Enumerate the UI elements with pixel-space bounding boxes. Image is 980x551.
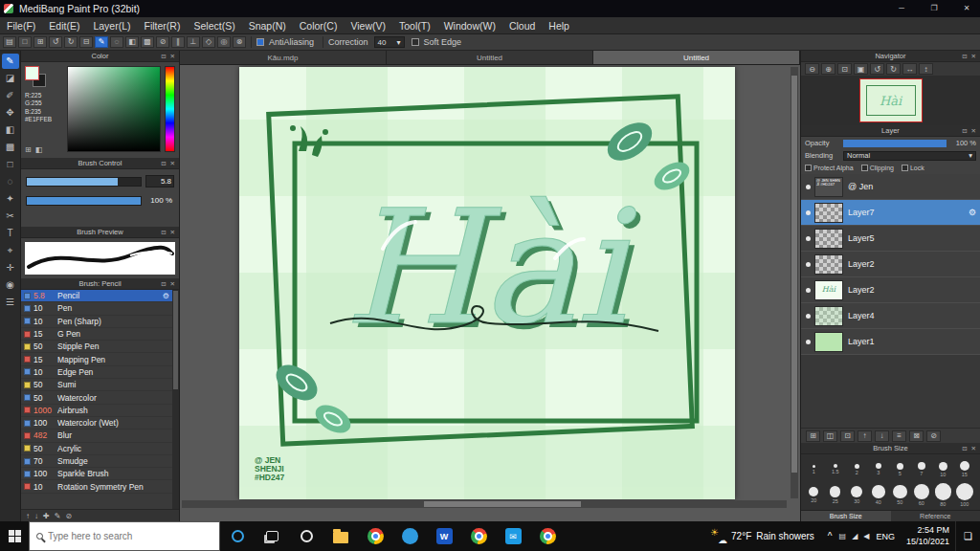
brush-item[interactable]: 1000Airbrush: [21, 405, 179, 417]
delete-brush-icon[interactable]: ⊘: [65, 512, 72, 520]
add-layer-button[interactable]: ⊞: [806, 430, 820, 442]
operation-tool[interactable]: ⌖: [2, 243, 19, 258]
navigator-thumbnail[interactable]: Hài: [859, 78, 923, 122]
move-brush-down-icon[interactable]: ↓: [34, 512, 38, 520]
text-tool[interactable]: T: [2, 226, 19, 241]
layer-visibility-toggle[interactable]: [801, 340, 814, 344]
layer-row[interactable]: HàiLayer2: [801, 277, 980, 303]
brush-size-preset[interactable]: 25: [825, 482, 847, 508]
language-indicator[interactable]: ENG: [876, 532, 895, 541]
brush-size-preset[interactable]: 5: [889, 456, 911, 482]
brush-item[interactable]: 10Edge Pen: [21, 366, 179, 379]
eraser-tool[interactable]: ◪: [2, 71, 19, 86]
tab-brush-size[interactable]: Brush Size: [801, 511, 891, 521]
brush-size-preset[interactable]: 60: [911, 482, 933, 508]
brush-size-slider[interactable]: [26, 177, 142, 187]
cortana-icon[interactable]: [220, 521, 255, 551]
brush-item[interactable]: 10Pen (Sharp): [21, 316, 179, 328]
search-input[interactable]: [48, 531, 212, 541]
pan-tool[interactable]: ☰: [2, 295, 19, 310]
transform-icon[interactable]: ⊟: [79, 36, 93, 48]
tablet-pc-icon[interactable]: ▤: [839, 532, 847, 540]
brush-size-preset[interactable]: 7: [911, 456, 933, 482]
menu-item[interactable]: Cloud: [502, 20, 542, 32]
snap-circle-icon[interactable]: ◎: [217, 36, 231, 48]
brush-opacity-slider[interactable]: [26, 196, 142, 206]
layer-row[interactable]: Layer5: [801, 226, 980, 252]
chrome-icon-2[interactable]: [461, 521, 496, 551]
brush-item[interactable]: 50Sumi: [21, 379, 179, 391]
move-brush-up-icon[interactable]: ↑: [26, 512, 30, 520]
brush-size-preset[interactable]: 100: [954, 482, 976, 508]
panel-controls[interactable]: ⊡ ✕: [161, 278, 176, 290]
menu-item[interactable]: Help: [542, 20, 576, 32]
color-swatches[interactable]: [25, 66, 48, 89]
move-layer-up-button[interactable]: ↑: [858, 430, 872, 442]
network-icon[interactable]: ◢: [852, 532, 858, 540]
tray-expand-icon[interactable]: ^: [828, 531, 833, 541]
layer-settings-icon[interactable]: ⚙: [969, 208, 976, 217]
brush-item[interactable]: 10Pen: [21, 302, 179, 315]
layer-row[interactable]: Layer2: [801, 252, 980, 277]
brush-item[interactable]: 15Mapping Pen: [21, 353, 179, 365]
undo-icon[interactable]: ↺: [49, 36, 62, 48]
add-brush-icon[interactable]: ✚: [43, 512, 50, 520]
divide-tool[interactable]: ✛: [2, 260, 19, 276]
brush-item[interactable]: 10Rotation Symmetry Pen: [21, 480, 179, 493]
redo-icon[interactable]: ↻: [64, 36, 78, 48]
layer-row[interactable]: Layer4: [801, 303, 980, 329]
select-tool[interactable]: □: [2, 157, 19, 172]
menu-item[interactable]: Window(W): [437, 20, 502, 32]
document-tab[interactable]: Kāu.mdp: [180, 51, 387, 64]
hue-strip[interactable]: [165, 66, 175, 152]
brush-size-preset[interactable]: 80: [932, 482, 954, 508]
select-pen-tool[interactable]: ✂: [2, 209, 19, 224]
panel-controls[interactable]: ⊡ ✕: [161, 158, 176, 169]
menu-item[interactable]: Select(S): [187, 20, 241, 32]
clear-layer-button[interactable]: ⊠: [909, 430, 924, 442]
brush-item[interactable]: 50Stipple Pen: [21, 341, 179, 353]
layer-visibility-toggle[interactable]: [801, 210, 814, 215]
clipping-checkbox[interactable]: Clipping: [861, 165, 894, 171]
layer-visibility-toggle[interactable]: [801, 288, 814, 293]
weather-widget[interactable]: ☀☁ 72°F Rain showers: [702, 521, 822, 551]
brush-item[interactable]: 50Acrylic: [21, 443, 179, 455]
polyline-tool-icon[interactable]: ◧: [125, 36, 139, 48]
brush-size-preset[interactable]: 20: [803, 482, 825, 508]
close-button[interactable]: ✕: [953, 0, 980, 17]
freehand-brush-icon[interactable]: ✎: [95, 36, 108, 48]
palette-icon[interactable]: ⊞: [25, 145, 32, 154]
saturation-value-picker[interactable]: [67, 66, 161, 152]
pen-tool[interactable]: ✐: [2, 88, 19, 103]
save-icon[interactable]: ⊞: [33, 36, 47, 48]
start-button[interactable]: [0, 521, 29, 551]
brush-size-preset[interactable]: 10: [932, 456, 954, 482]
snap-vanishing-icon[interactable]: ◇: [202, 36, 215, 48]
menu-item[interactable]: File(F): [0, 20, 42, 32]
panel-controls[interactable]: ⊡ ✕: [161, 51, 176, 62]
layer-visibility-toggle[interactable]: [801, 185, 814, 189]
panel-controls[interactable]: ⊡ ✕: [161, 227, 176, 238]
add-folder-button[interactable]: ◫: [823, 430, 837, 442]
delete-layer-button[interactable]: ⊘: [926, 430, 941, 442]
menu-item[interactable]: Edit(E): [42, 20, 86, 32]
snap-curve-icon[interactable]: ⊗: [233, 36, 246, 48]
artwork-canvas[interactable]: Hài Hài @ JEN SHENJI #HD247: [239, 67, 735, 499]
open-file-icon[interactable]: □: [18, 36, 32, 48]
minimize-button[interactable]: ─: [888, 0, 915, 17]
mail-icon[interactable]: ✉: [496, 521, 530, 551]
file-explorer-icon[interactable]: [323, 521, 358, 551]
flip-horizontal-icon[interactable]: ↔: [902, 63, 917, 75]
rotate-right-icon[interactable]: ↻: [886, 63, 901, 75]
brush-size-preset[interactable]: 3: [868, 456, 890, 482]
anti-aliasing-checkbox[interactable]: [256, 38, 264, 46]
foreground-color-swatch[interactable]: [25, 66, 39, 80]
menu-item[interactable]: Tool(T): [392, 20, 437, 32]
color-bar-icon[interactable]: ◧: [35, 145, 43, 154]
eyedropper-tool[interactable]: ◉: [2, 277, 19, 293]
menu-item[interactable]: Snap(N): [242, 20, 293, 32]
panel-controls[interactable]: ⊡ ✕: [962, 51, 977, 62]
brush-item[interactable]: 100Watercolor (Wet): [21, 417, 179, 430]
reset-view-icon[interactable]: ↕: [919, 63, 933, 75]
move-tool[interactable]: ✥: [2, 105, 19, 121]
